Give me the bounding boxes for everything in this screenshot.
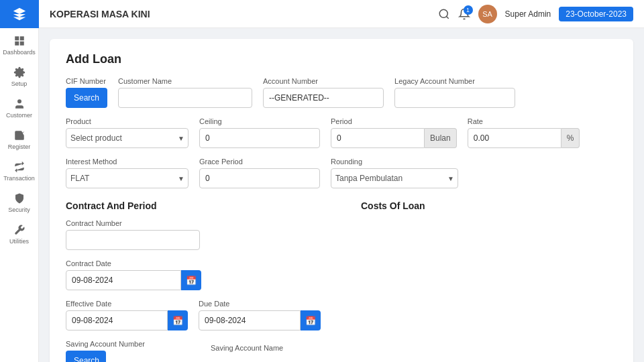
grace-period-group: Grace Period — [199, 158, 320, 188]
rate-input[interactable] — [468, 128, 561, 148]
legacy-account-number-label: Legacy Account Number — [394, 77, 515, 85]
rounding-group: Rounding Tanpa Pembulatan ▼ — [331, 158, 458, 188]
customer-name-label: Customer Name — [118, 77, 252, 85]
grace-period-input[interactable] — [199, 168, 320, 188]
period-group: Period Bulan — [331, 117, 457, 148]
due-date-group: Due Date 📅 — [199, 300, 321, 330]
legacy-account-number-group: Legacy Account Number — [394, 77, 515, 108]
sidebar-item-dashboards-label: Dashboards — [3, 49, 36, 56]
saving-account-name-label: Saving Account Name — [211, 344, 345, 352]
saving-account-row: Saving Account Number Search Saving Acco… — [66, 340, 345, 362]
rate-group: Rate % — [468, 117, 580, 148]
sidebar-item-security-label: Security — [8, 206, 30, 213]
effective-date-group: Effective Date 📅 — [66, 300, 188, 330]
contract-date-group: Contract Date 📅 — [66, 259, 201, 290]
row-2: Product Select product ▼ Ceiling Period — [66, 117, 617, 148]
rate-label: Rate — [468, 117, 580, 125]
period-label: Period — [331, 117, 457, 125]
svg-point-6 — [439, 9, 447, 17]
dates-row: Effective Date 📅 Due Date 📅 — [66, 300, 345, 330]
form-card: Add Loan CIF Number Search Customer Name… — [50, 39, 633, 362]
account-number-label: Account Number — [263, 77, 384, 85]
sidebar-item-customer[interactable]: Customer — [0, 91, 38, 123]
sidebar-item-setup[interactable]: Setup — [0, 60, 38, 91]
search-button[interactable] — [438, 8, 450, 20]
contract-date-label: Contract Date — [66, 259, 201, 267]
contract-number-input[interactable] — [66, 230, 200, 250]
costs-of-loan-title: Costs Of Loan — [361, 200, 617, 211]
legacy-account-number-input[interactable] — [394, 88, 515, 108]
svg-rect-2 — [15, 42, 19, 46]
sidebar-item-utilities[interactable]: Utilities — [0, 217, 38, 249]
ceiling-label: Ceiling — [199, 117, 320, 125]
saving-account-number-label: Saving Account Number — [66, 340, 200, 348]
page-title: Add Loan — [66, 52, 617, 66]
notification-button[interactable]: 1 — [458, 8, 470, 20]
product-select[interactable]: Select product — [66, 128, 189, 148]
cif-number-group: CIF Number Search — [66, 77, 107, 108]
effective-date-label: Effective Date — [66, 300, 188, 308]
rounding-select[interactable]: Tanpa Pembulatan — [331, 168, 458, 188]
customer-name-input[interactable] — [118, 88, 252, 108]
sidebar-item-dashboards[interactable]: Dashboards — [0, 28, 38, 60]
effective-date-calendar-button[interactable]: 📅 — [168, 310, 188, 330]
two-col-section: Contract And Period Contract Number Cont… — [66, 198, 617, 362]
contract-date-row: Contract Date 📅 — [66, 259, 345, 290]
row-1: CIF Number Search Customer Name Account … — [66, 77, 617, 108]
app-logo — [0, 0, 39, 28]
sidebar-item-customer-label: Customer — [6, 112, 32, 119]
rounding-label: Rounding — [331, 158, 458, 166]
svg-rect-1 — [19, 36, 23, 40]
ceiling-input[interactable] — [199, 128, 320, 148]
saving-account-number-group: Saving Account Number Search — [66, 340, 200, 362]
contract-date-input[interactable] — [66, 270, 181, 290]
product-label: Product — [66, 117, 189, 125]
app-name: KOPERASI MASA KINI — [50, 9, 430, 19]
customer-name-group: Customer Name — [118, 77, 252, 108]
due-date-label: Due Date — [199, 300, 321, 308]
contract-number-label: Contract Number — [66, 219, 200, 227]
current-date: 23-October-2023 — [559, 7, 633, 21]
sidebar-item-register[interactable]: Register — [0, 123, 38, 154]
contract-date-wrapper: 📅 — [66, 270, 201, 290]
ceiling-group: Ceiling — [199, 117, 320, 148]
period-suffix: Bulan — [425, 128, 457, 148]
contract-period-title: Contract And Period — [66, 200, 345, 211]
saving-account-search-button[interactable]: Search — [66, 351, 106, 362]
account-number-input[interactable] — [263, 88, 384, 108]
topbar: KOPERASI MASA KINI 1 SA Super Admin 23-O… — [39, 0, 644, 28]
interest-method-group: Interest Method FLAT ▼ — [66, 158, 189, 188]
sidebar-item-transaction[interactable]: Transaction — [0, 154, 38, 186]
topbar-icons: 1 SA Super Admin 23-October-2023 — [438, 5, 633, 23]
due-date-calendar-button[interactable]: 📅 — [301, 310, 321, 330]
svg-rect-3 — [19, 42, 23, 46]
avatar: SA — [478, 5, 497, 23]
interest-method-select[interactable]: FLAT — [66, 168, 189, 188]
row-3: Interest Method FLAT ▼ Grace Period Roun… — [66, 158, 617, 188]
contract-number-row: Contract Number — [66, 219, 345, 250]
cif-number-label: CIF Number — [66, 77, 107, 85]
sidebar-item-setup-label: Setup — [11, 80, 28, 87]
effective-date-wrapper: 📅 — [66, 310, 188, 330]
svg-line-7 — [446, 16, 448, 18]
notification-badge: 1 — [464, 5, 473, 15]
contract-date-calendar-button[interactable]: 📅 — [181, 270, 201, 290]
main-area: KOPERASI MASA KINI 1 SA Super Admin 23-O… — [39, 0, 644, 362]
cif-search-button[interactable]: Search — [66, 88, 107, 108]
interest-method-label: Interest Method — [66, 158, 189, 166]
sidebar-item-utilities-label: Utilities — [9, 238, 29, 245]
due-date-wrapper: 📅 — [199, 310, 321, 330]
grace-period-label: Grace Period — [199, 158, 320, 166]
user-name: Super Admin — [505, 9, 551, 19]
saving-account-name-group: Saving Account Name — [211, 344, 345, 362]
rate-suffix: % — [561, 128, 580, 148]
content-area: Add Loan CIF Number Search Customer Name… — [39, 28, 644, 362]
svg-point-5 — [17, 99, 21, 103]
due-date-input[interactable] — [199, 310, 301, 330]
effective-date-input[interactable] — [66, 310, 168, 330]
svg-rect-0 — [15, 36, 19, 40]
contract-number-group: Contract Number — [66, 219, 200, 250]
period-input-wrapper: Bulan — [331, 128, 457, 148]
sidebar-item-security[interactable]: Security — [0, 186, 38, 217]
period-input[interactable] — [331, 128, 425, 148]
